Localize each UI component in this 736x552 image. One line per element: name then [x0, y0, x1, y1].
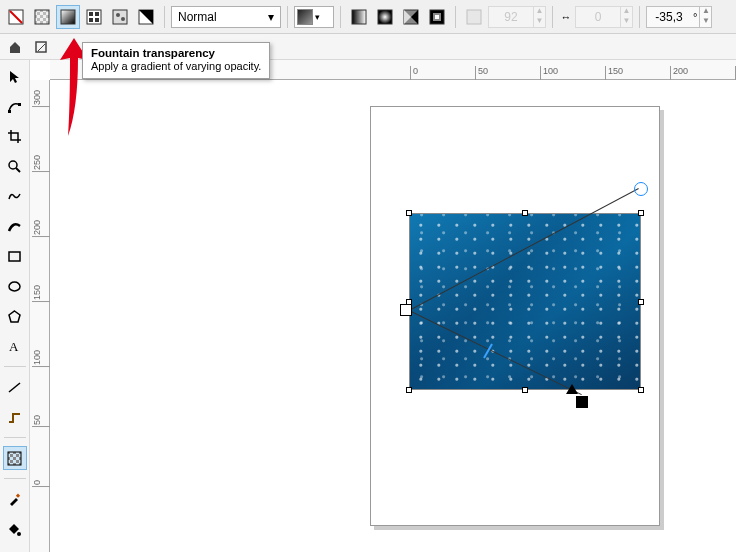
tooltip: Fountain transparency Apply a gradient o… — [82, 42, 270, 79]
svg-rect-7 — [89, 12, 93, 16]
rotation-angle-input[interactable]: ° ▲▼ — [646, 6, 712, 28]
dimension-tool[interactable] — [3, 375, 27, 399]
stepper-up-icon[interactable]: ▲ — [699, 7, 711, 17]
ellipse-tool[interactable] — [3, 274, 27, 298]
svg-line-26 — [16, 168, 20, 172]
tooltip-description: Apply a gradient of varying opacity. — [91, 60, 261, 72]
chevron-down-icon: ▾ — [268, 10, 274, 24]
transparency-start-handle[interactable] — [400, 304, 412, 316]
edit-fountain-button[interactable] — [462, 5, 486, 29]
node-position-value[interactable] — [576, 8, 620, 26]
svg-rect-8 — [95, 12, 99, 16]
svg-point-12 — [116, 13, 120, 17]
text-tool[interactable]: A — [3, 334, 27, 358]
rectangle-tool[interactable] — [3, 244, 27, 268]
home-button[interactable] — [4, 37, 26, 57]
crop-tool[interactable] — [3, 124, 27, 148]
svg-rect-21 — [467, 10, 481, 24]
toolbox: A — [0, 60, 30, 552]
rotation-angle-value[interactable] — [647, 8, 691, 26]
conical-fountain-button[interactable] — [399, 5, 423, 29]
selection-handle[interactable] — [522, 210, 528, 216]
selection-handle[interactable] — [638, 210, 644, 216]
transparency-property-bar: Normal ▾ ▾ ▲▼ ↔ ▲▼ ° ▲▼ — [0, 0, 736, 34]
transparency-tool[interactable] — [3, 446, 27, 470]
svg-rect-20 — [435, 15, 439, 19]
degree-symbol: ° — [691, 11, 699, 23]
ruler-tick: 100 — [32, 350, 50, 367]
merge-mode-dropdown[interactable]: Normal ▾ — [171, 6, 281, 28]
separator — [4, 478, 26, 479]
svg-rect-35 — [16, 493, 20, 497]
separator — [287, 6, 288, 28]
shape-tool[interactable] — [3, 94, 27, 118]
ruler-tick: 300 — [32, 90, 50, 107]
elliptical-fountain-button[interactable] — [373, 5, 397, 29]
vector-pattern-transparency-button[interactable] — [82, 5, 106, 29]
ruler-tick: 50 — [32, 415, 50, 427]
transparency-direction-arrow[interactable] — [566, 384, 578, 394]
stepper-down-icon[interactable]: ▼ — [533, 17, 545, 27]
svg-rect-24 — [18, 103, 21, 106]
polygon-tool[interactable] — [3, 304, 27, 328]
doc-options-button[interactable] — [30, 37, 52, 57]
svg-rect-27 — [9, 252, 20, 261]
separator — [340, 6, 341, 28]
eyedropper-tool[interactable] — [3, 487, 27, 511]
merge-mode-value: Normal — [178, 10, 217, 24]
stepper-up-icon[interactable]: ▲ — [620, 7, 632, 17]
stepper-down-icon[interactable]: ▼ — [699, 17, 711, 27]
svg-rect-2 — [35, 10, 49, 24]
no-transparency-button[interactable] — [4, 5, 28, 29]
uniform-transparency-button[interactable] — [30, 5, 54, 29]
pick-tool[interactable] — [3, 64, 27, 88]
svg-rect-9 — [89, 18, 93, 22]
ruler-tick: 0 — [410, 66, 418, 80]
zoom-tool[interactable] — [3, 154, 27, 178]
svg-rect-15 — [352, 10, 366, 24]
node-transparency-input[interactable]: ▲▼ — [488, 6, 546, 28]
linear-fountain-button[interactable] — [347, 5, 371, 29]
transparency-free-rotate-handle[interactable] — [634, 182, 648, 196]
ruler-tick: 100 — [540, 66, 558, 80]
selected-bitmap[interactable] — [410, 214, 640, 389]
stepper-down-icon[interactable]: ▼ — [620, 17, 632, 27]
svg-rect-10 — [95, 18, 99, 22]
ruler-tick: 50 — [475, 66, 488, 80]
selection-handle[interactable] — [638, 387, 644, 393]
node-position-input[interactable]: ▲▼ — [575, 6, 633, 28]
drawing-canvas[interactable] — [50, 80, 736, 552]
gradient-swatch-icon — [297, 9, 313, 25]
svg-rect-22 — [36, 42, 46, 52]
svg-point-36 — [17, 532, 21, 536]
selection-handle[interactable] — [638, 299, 644, 305]
connector-tool[interactable] — [3, 405, 27, 429]
separator — [164, 6, 165, 28]
ruler-tick: 200 — [670, 66, 688, 80]
separator — [4, 437, 26, 438]
ruler-tick: 150 — [605, 66, 623, 80]
node-transparency-value[interactable] — [489, 8, 533, 26]
ruler-tick: 0 — [32, 480, 50, 487]
fountain-transparency-button[interactable] — [56, 5, 80, 29]
selection-handle[interactable] — [406, 387, 412, 393]
selection-handle[interactable] — [406, 210, 412, 216]
rectangular-fountain-button[interactable] — [425, 5, 449, 29]
svg-point-25 — [9, 161, 17, 169]
freehand-tool[interactable] — [3, 184, 27, 208]
ruler-tick: 250 — [32, 155, 50, 172]
svg-text:A: A — [9, 339, 19, 354]
interactive-fill-tool[interactable] — [3, 517, 27, 541]
separator — [639, 6, 640, 28]
svg-line-31 — [9, 383, 20, 392]
stepper-up-icon[interactable]: ▲ — [533, 7, 545, 17]
two-color-pattern-transparency-button[interactable] — [134, 5, 158, 29]
artistic-media-tool[interactable] — [3, 214, 27, 238]
selection-handle[interactable] — [522, 387, 528, 393]
vertical-ruler[interactable]: 300 250 200 150 100 50 0 — [30, 80, 50, 552]
transparency-picker[interactable]: ▾ — [294, 6, 334, 28]
svg-point-13 — [121, 17, 125, 21]
bitmap-pattern-transparency-button[interactable] — [108, 5, 132, 29]
transparency-end-handle[interactable] — [576, 396, 588, 408]
node-position-icon: ↔ — [559, 11, 573, 23]
